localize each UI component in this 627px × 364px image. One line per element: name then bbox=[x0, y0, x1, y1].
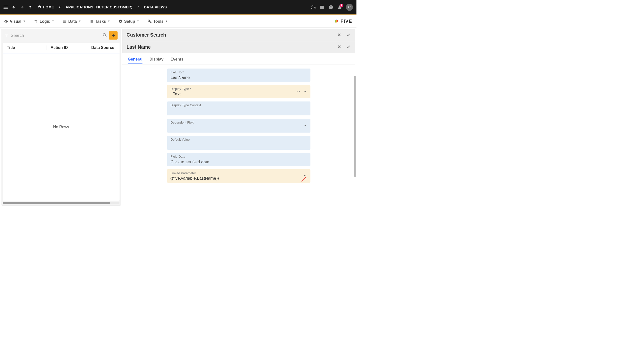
svg-rect-3 bbox=[322, 6, 323, 9]
section-header-1: Customer Search bbox=[122, 29, 355, 41]
add-button[interactable] bbox=[109, 31, 118, 40]
topbar-right: ? 1 C bbox=[311, 4, 353, 11]
menu-data[interactable]: Data ▼ bbox=[63, 19, 81, 23]
notification-badge: 1 bbox=[340, 4, 343, 7]
bell-icon[interactable]: 1 bbox=[337, 4, 342, 10]
default-value[interactable]: Default Value bbox=[167, 136, 311, 150]
dependent-field[interactable]: Dependent Field bbox=[167, 119, 311, 133]
menu-label: Setup bbox=[124, 19, 135, 23]
field-label: Field ID * bbox=[170, 70, 307, 74]
breadcrumb-dataviews[interactable]: DATA VIEWS bbox=[144, 5, 167, 9]
field-data[interactable]: Field Data Click to set field data bbox=[167, 153, 311, 166]
header-actions bbox=[337, 44, 351, 50]
display-type-context[interactable]: Display Type Context bbox=[167, 101, 311, 115]
menu-visual[interactable]: Visual ▼ bbox=[4, 19, 25, 23]
chevron-down-icon[interactable] bbox=[303, 174, 307, 178]
section-title: Last Name bbox=[126, 44, 337, 50]
check-icon[interactable] bbox=[346, 32, 351, 38]
chevron-right-icon bbox=[58, 5, 61, 9]
main: Title Action ID Data Source No Rows Cust… bbox=[0, 28, 357, 207]
search-icon[interactable] bbox=[103, 33, 107, 38]
close-icon[interactable] bbox=[337, 44, 342, 50]
check-icon[interactable] bbox=[346, 44, 351, 50]
code-icon[interactable] bbox=[297, 90, 300, 94]
field-label: Dependent Field bbox=[170, 121, 307, 124]
svg-point-14 bbox=[103, 33, 106, 36]
horizontal-scrollbar[interactable] bbox=[3, 202, 120, 204]
scrollbar-thumb[interactable] bbox=[3, 202, 110, 204]
menu-label: Visual bbox=[10, 19, 21, 23]
forward-icon bbox=[20, 5, 24, 9]
search-row bbox=[1, 29, 121, 42]
column-data-source[interactable]: Data Source bbox=[87, 46, 115, 50]
list-header: Title Action ID Data Source bbox=[3, 43, 120, 53]
column-title[interactable]: Title bbox=[7, 46, 46, 50]
vertical-scrollbar[interactable] bbox=[354, 76, 356, 177]
breadcrumb-home[interactable]: HOME bbox=[38, 5, 54, 10]
svg-rect-1 bbox=[320, 6, 321, 9]
cloud-icon[interactable] bbox=[311, 4, 316, 10]
chevron-down-icon[interactable] bbox=[303, 90, 307, 94]
caret-down-icon: ▼ bbox=[79, 20, 81, 23]
breadcrumb-applications[interactable]: APPLICATIONS (FILTER CUSTOMER) bbox=[65, 5, 132, 9]
field-label: Display Type Context bbox=[170, 103, 307, 107]
search-input[interactable] bbox=[11, 33, 100, 38]
svg-text:?: ? bbox=[330, 6, 332, 9]
header-actions bbox=[337, 32, 351, 38]
menu-label: Tools bbox=[154, 19, 163, 23]
chevron-down-icon[interactable] bbox=[303, 124, 307, 128]
section-title: Customer Search bbox=[126, 32, 337, 38]
menu-setup[interactable]: Setup ▼ bbox=[119, 19, 139, 23]
field-label: Linked Parameter bbox=[170, 171, 307, 175]
svg-rect-2 bbox=[321, 6, 322, 9]
help-icon[interactable]: ? bbox=[328, 4, 334, 10]
up-icon[interactable] bbox=[28, 5, 32, 9]
svg-point-8 bbox=[37, 20, 37, 20]
brand-label: FIVE bbox=[341, 19, 352, 24]
column-action-id[interactable]: Action ID bbox=[46, 46, 87, 50]
close-icon[interactable] bbox=[337, 32, 342, 38]
breadcrumb: HOME APPLICATIONS (FILTER CUSTOMER) DATA… bbox=[38, 5, 167, 10]
menubar: Visual ▼ Logic ▼ Data ▼ Tasks ▼ Setup ▼ … bbox=[0, 15, 357, 28]
section-header-2: Last Name bbox=[122, 41, 355, 53]
menu-label: Data bbox=[68, 19, 77, 23]
caret-down-icon: ▼ bbox=[52, 20, 54, 23]
no-rows-message: No Rows bbox=[3, 53, 120, 201]
field-value: {{five.variable.LastName}} bbox=[170, 176, 307, 181]
tab-events[interactable]: Events bbox=[170, 55, 183, 64]
field-value: _Text bbox=[170, 92, 307, 96]
caret-down-icon: ▼ bbox=[23, 20, 25, 23]
display-type[interactable]: Display Type * _Text bbox=[167, 85, 311, 98]
caret-down-icon: ▼ bbox=[108, 20, 110, 23]
breadcrumb-label: APPLICATIONS (FILTER CUSTOMER) bbox=[65, 5, 132, 9]
back-icon[interactable] bbox=[12, 5, 16, 9]
chevron-right-icon bbox=[137, 5, 140, 9]
hamburger-icon[interactable] bbox=[3, 6, 8, 9]
top-bar: HOME APPLICATIONS (FILTER CUSTOMER) DATA… bbox=[0, 0, 357, 15]
menu-logic[interactable]: Logic ▼ bbox=[34, 19, 54, 23]
breadcrumb-label: HOME bbox=[43, 5, 54, 9]
menu-tools[interactable]: Tools ▼ bbox=[148, 19, 168, 23]
avatar-initial: C bbox=[348, 5, 351, 9]
form-area: Field ID * LastName Display Type * _Text… bbox=[122, 64, 355, 205]
field-id[interactable]: Field ID * LastName bbox=[167, 68, 311, 82]
caret-down-icon: ▼ bbox=[165, 20, 168, 23]
caret-down-icon: ▼ bbox=[137, 20, 139, 23]
right-panel: Customer Search Last Name bbox=[122, 29, 355, 206]
filter-icon[interactable] bbox=[5, 33, 9, 38]
brand-logo-icon bbox=[333, 18, 339, 24]
list-table: Title Action ID Data Source No Rows bbox=[3, 43, 120, 201]
library-icon[interactable] bbox=[319, 4, 325, 10]
menu-tasks[interactable]: Tasks ▼ bbox=[89, 19, 110, 23]
tab-display[interactable]: Display bbox=[150, 55, 163, 64]
tab-general[interactable]: General bbox=[128, 55, 142, 64]
menu-label: Logic bbox=[40, 19, 50, 23]
field-value: LastName bbox=[170, 75, 307, 80]
field-label: Display Type * bbox=[170, 87, 307, 91]
left-panel: Title Action ID Data Source No Rows bbox=[1, 29, 121, 206]
field-label: Default Value bbox=[170, 138, 307, 141]
svg-point-0 bbox=[314, 7, 314, 8]
field-label: Field Data bbox=[170, 155, 307, 158]
linked-parameter[interactable]: Linked Parameter {{five.variable.LastNam… bbox=[167, 169, 311, 183]
avatar[interactable]: C bbox=[346, 4, 353, 11]
